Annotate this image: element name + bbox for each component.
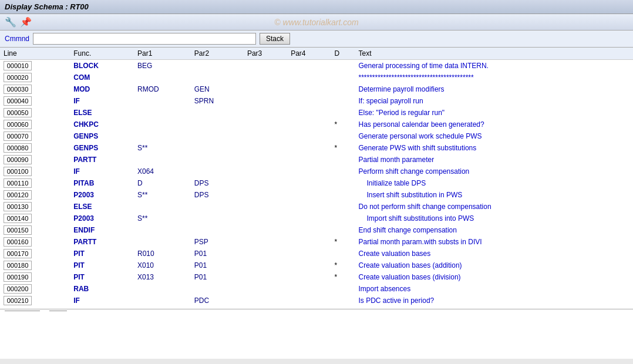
func-cell: IF	[70, 166, 134, 177]
text-cell: Generate PWS with shift substitutions	[355, 142, 634, 154]
d-cell: *	[331, 236, 355, 248]
wrench-icon[interactable]: 🔧	[5, 16, 16, 28]
d-cell	[331, 72, 355, 83]
par3-cell	[244, 295, 287, 306]
d-cell	[331, 130, 355, 142]
table-row[interactable]: 000190PITX013P01*Create valuation bases …	[0, 271, 633, 283]
par3-cell	[244, 60, 287, 72]
table-header-row: Line Func. Par1 Par2 Par3 Par4 D Text	[0, 48, 633, 60]
text-cell: Has personal calendar been generated?	[355, 119, 634, 130]
command-input[interactable]	[33, 33, 256, 45]
func-cell: ELSE	[70, 107, 134, 119]
par2-cell	[191, 213, 244, 224]
par4-cell	[287, 236, 331, 248]
par2-cell	[191, 119, 244, 130]
d-cell: *	[331, 142, 355, 154]
par2-cell: P01	[191, 259, 244, 271]
title-bar: Display Schema : RT00	[0, 0, 633, 14]
par4-cell	[287, 154, 331, 166]
func-cell: GENPS	[70, 130, 134, 142]
par1-cell: X064	[134, 166, 191, 177]
d-cell: *	[331, 259, 355, 271]
func-cell: P2003	[70, 213, 134, 224]
par3-cell	[244, 83, 287, 95]
col-par1: Par1	[134, 48, 191, 60]
text-cell: Is PDC active in period?	[355, 295, 634, 306]
par4-cell	[287, 95, 331, 107]
line-number: 000030	[4, 85, 32, 94]
par1-cell: RMOD	[134, 83, 191, 95]
table-row[interactable]: 000180PITX010P01*Create valuation bases …	[0, 259, 633, 271]
par1-cell	[134, 201, 191, 213]
table-row[interactable]: 000130ELSEDo not perform shift change co…	[0, 201, 633, 213]
par4-cell	[287, 177, 331, 189]
table-row[interactable]: 000100IFX064Perform shift change compens…	[0, 166, 633, 177]
par2-cell: P01	[191, 248, 244, 259]
text-cell: Perform shift change compensation	[355, 166, 634, 177]
par3-cell	[244, 224, 287, 236]
table-row[interactable]: 000110PITABDDPSInitialize table DPS	[0, 177, 633, 189]
d-cell	[331, 224, 355, 236]
table-row[interactable]: 000050ELSEElse: "Period is regular run"	[0, 107, 633, 119]
text-cell: Import absences	[355, 283, 634, 295]
par3-cell	[244, 259, 287, 271]
par1-cell	[134, 236, 191, 248]
table-row[interactable]: 000120P2003S**DPSInsert shift substituti…	[0, 189, 633, 201]
d-cell	[331, 213, 355, 224]
col-par2: Par2	[191, 48, 244, 60]
text-cell: Partial month parameter	[355, 154, 634, 166]
par3-cell	[244, 213, 287, 224]
table-row[interactable]: 000030MODRMODGENDetermine payroll modifi…	[0, 83, 633, 95]
line-number: 000020	[4, 73, 32, 82]
text-cell: Create valuation bases (addition)	[355, 259, 634, 271]
par2-cell: DPS	[191, 177, 244, 189]
text-cell: End shift change compensation	[355, 224, 634, 236]
text-cell: Insert shift substitution in PWS	[355, 189, 634, 201]
table-row[interactable]: 000200RABImport absences	[0, 283, 633, 295]
par4-cell	[287, 107, 331, 119]
table-row[interactable]: 000090PARTTPartial month parameter	[0, 154, 633, 166]
text-cell: Import shift substitutions into PWS	[355, 213, 634, 224]
par2-cell: SPRN	[191, 95, 244, 107]
table-row[interactable]: 000020COM*******************************…	[0, 72, 633, 83]
d-cell	[331, 177, 355, 189]
text-cell: If: special payroll run	[355, 95, 634, 107]
line-number: 000120	[4, 190, 32, 200]
par3-cell	[244, 248, 287, 259]
par2-cell	[191, 142, 244, 154]
table-row[interactable]: 000060CHKPC*Has personal calendar been g…	[0, 119, 633, 130]
d-cell	[331, 283, 355, 295]
par4-cell	[287, 283, 331, 295]
par3-cell	[244, 72, 287, 83]
table-row[interactable]: 000150ENDIFEnd shift change compensation	[0, 224, 633, 236]
table-row[interactable]: 000170PITR010P01Create valuation bases	[0, 248, 633, 259]
func-cell: ELSE	[70, 201, 134, 213]
line-number: 000180	[4, 261, 32, 270]
func-cell: PARTT	[70, 154, 134, 166]
par1-cell	[134, 119, 191, 130]
table-row[interactable]: 000010BLOCKBEGGeneral processing of time…	[0, 60, 633, 72]
par3-cell	[244, 119, 287, 130]
line-number: 000100	[4, 167, 32, 176]
par1-cell: D	[134, 177, 191, 189]
par4-cell	[287, 119, 331, 130]
par3-cell	[244, 189, 287, 201]
table-row[interactable]: 000210IFPDCIs PDC active in period?	[0, 295, 633, 306]
line-number: 000040	[4, 96, 32, 106]
table-row[interactable]: 000080GENPSS***Generate PWS with shift s…	[0, 142, 633, 154]
par2-cell	[191, 154, 244, 166]
table-row[interactable]: 000160PARTTPSP*Partial month param.with …	[0, 236, 633, 248]
table-row[interactable]: 000040IFSPRNIf: special payroll run	[0, 95, 633, 107]
text-cell: Create valuation bases	[355, 248, 634, 259]
func-cell: GENPS	[70, 142, 134, 154]
table-row[interactable]: 000070GENPSGenerate personal work schedu…	[0, 130, 633, 142]
par1-cell	[134, 95, 191, 107]
par2-cell	[191, 166, 244, 177]
line-number: 000150	[4, 225, 32, 235]
stack-button[interactable]: Stack	[260, 33, 290, 45]
table-row[interactable]: 000140P2003S**Import shift substitutions…	[0, 213, 633, 224]
command-bar: Cmmnd Stack	[0, 31, 633, 48]
par1-cell: S**	[134, 189, 191, 201]
text-cell: Partial month param.with substs in DIVI	[355, 236, 634, 248]
pin-icon[interactable]: 📌	[20, 16, 32, 28]
